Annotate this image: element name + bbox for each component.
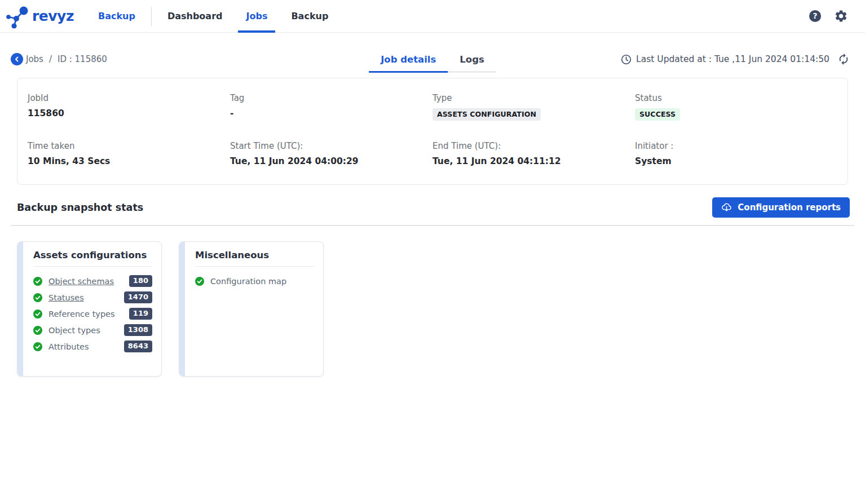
primary-nav: Backup Dashboard Jobs Backup xyxy=(86,0,340,33)
card-title: Miscellaneous xyxy=(195,250,314,267)
field-label: Status xyxy=(635,93,837,103)
field-label: Tag xyxy=(230,93,432,103)
last-updated-text: Last Updated at : Tue ,11 Jun 2024 01:14… xyxy=(636,54,829,64)
field-label: Start Time (UTC): xyxy=(230,141,432,151)
count-badge: 119 xyxy=(129,308,152,320)
nav-item-backup[interactable]: Backup xyxy=(279,0,340,33)
count-badge: 1308 xyxy=(124,324,152,337)
breadcrumb: Jobs / ID : 115860 xyxy=(26,54,107,64)
stat-item-reference-types: Reference types 119 xyxy=(33,306,152,322)
check-circle-icon xyxy=(33,277,42,286)
field-label: Type xyxy=(432,93,635,103)
svg-text:?: ? xyxy=(813,11,817,20)
detail-tabs: Job details Logs xyxy=(369,54,496,73)
navbar: revyz Backup Dashboard Jobs Backup ? xyxy=(0,0,865,33)
stat-item-label[interactable]: Statuses xyxy=(48,293,84,302)
field-label: End Time (UTC): xyxy=(432,141,635,151)
nav-item-dashboard[interactable]: Dashboard xyxy=(156,0,235,33)
check-circle-icon xyxy=(33,293,42,302)
gear-icon[interactable] xyxy=(834,9,848,23)
count-badge: 1470 xyxy=(124,291,152,304)
field-type: Type ASSETS CONFIGURATION xyxy=(432,93,635,121)
last-updated: Last Updated at : Tue ,11 Jun 2024 01:14… xyxy=(621,53,850,65)
field-value: Tue, 11 Jun 2024 04:11:12 xyxy=(432,156,635,166)
stat-item-label: Object types xyxy=(48,326,100,335)
field-label: Initiator : xyxy=(635,141,837,151)
stat-item-attributes: Attributes 8643 xyxy=(33,338,152,355)
breadcrumb-separator: / xyxy=(49,54,52,64)
navbar-actions: ? xyxy=(809,9,853,23)
check-circle-icon xyxy=(33,310,42,319)
field-label: Time taken xyxy=(28,141,230,151)
count-badge: 180 xyxy=(129,275,152,288)
field-end-time: End Time (UTC): Tue, 11 Jun 2024 04:11:1… xyxy=(432,141,635,166)
stat-item-label[interactable]: Object schemas xyxy=(48,277,114,286)
stat-item-label: Attributes xyxy=(48,342,89,351)
stat-item-configuration-map: Configuration map xyxy=(195,273,314,289)
stat-item-object-types: Object types 1308 xyxy=(33,322,152,338)
field-jobid: JobId 115860 xyxy=(28,93,230,121)
section-divider xyxy=(11,225,854,226)
stat-item-statuses: Statuses 1470 xyxy=(33,289,152,306)
card-list: Object schemas 180 Statuses 1470 Referen… xyxy=(33,273,152,355)
count-badge: 8643 xyxy=(124,341,152,353)
reports-button-label: Configuration reports xyxy=(738,202,841,213)
stat-cards-row: Assets configurations Object schemas 180… xyxy=(17,241,848,377)
card-title: Assets configurations xyxy=(33,250,152,267)
field-value: 10 Mins, 43 Secs xyxy=(28,156,230,166)
breadcrumb-jobs[interactable]: Jobs xyxy=(26,54,43,64)
miscellaneous-card: Miscellaneous Configuration map xyxy=(179,241,324,377)
field-tag: Tag - xyxy=(230,93,432,121)
help-icon[interactable]: ? xyxy=(809,10,822,23)
toolbar: Jobs / ID : 115860 Job details Logs Last… xyxy=(0,33,865,78)
clock-icon xyxy=(621,54,632,65)
type-badge: ASSETS CONFIGURATION xyxy=(432,108,541,121)
status-badge: SUCCESS xyxy=(635,108,680,121)
field-value: - xyxy=(230,108,432,118)
configuration-reports-button[interactable]: Configuration reports xyxy=(712,197,850,218)
tab-logs[interactable]: Logs xyxy=(448,54,496,71)
check-circle-icon xyxy=(195,277,204,286)
field-start-time: Start Time (UTC): Tue, 11 Jun 2024 04:00… xyxy=(230,141,432,166)
assets-configurations-card: Assets configurations Object schemas 180… xyxy=(17,241,162,377)
stat-item-object-schemas: Object schemas 180 xyxy=(33,273,152,289)
job-details-card: JobId 115860 Tag - Type ASSETS CONFIGURA… xyxy=(17,78,848,185)
revyz-molecule-icon xyxy=(5,3,30,29)
check-circle-icon xyxy=(33,342,42,351)
field-status: Status SUCCESS xyxy=(635,93,837,121)
field-value: 115860 xyxy=(28,108,230,118)
back-button[interactable] xyxy=(11,53,23,65)
nav-divider xyxy=(151,7,152,26)
field-label: JobId xyxy=(28,93,230,103)
breadcrumb-current: ID : 115860 xyxy=(58,54,107,64)
refresh-icon[interactable] xyxy=(837,53,850,65)
tab-job-details[interactable]: Job details xyxy=(369,54,448,73)
check-circle-icon xyxy=(33,326,42,335)
cloud-download-icon xyxy=(721,202,732,213)
brand-name: revyz xyxy=(32,8,74,24)
snapshot-stats-header: Backup snapshot stats Configuration repo… xyxy=(17,197,850,218)
nav-item-backup-app[interactable]: Backup xyxy=(86,0,147,33)
chevron-left-icon xyxy=(13,55,21,63)
nav-item-jobs[interactable]: Jobs xyxy=(234,0,279,33)
card-list: Configuration map xyxy=(195,273,314,289)
stat-item-label: Reference types xyxy=(48,310,115,319)
field-initiator: Initiator : System xyxy=(635,141,837,166)
stat-item-label: Configuration map xyxy=(210,277,286,286)
brand-logo[interactable]: revyz xyxy=(5,3,74,29)
field-time-taken: Time taken 10 Mins, 43 Secs xyxy=(28,141,230,166)
section-title: Backup snapshot stats xyxy=(17,202,143,213)
field-value: Tue, 11 Jun 2024 04:00:29 xyxy=(230,156,432,166)
field-value: System xyxy=(635,156,837,166)
